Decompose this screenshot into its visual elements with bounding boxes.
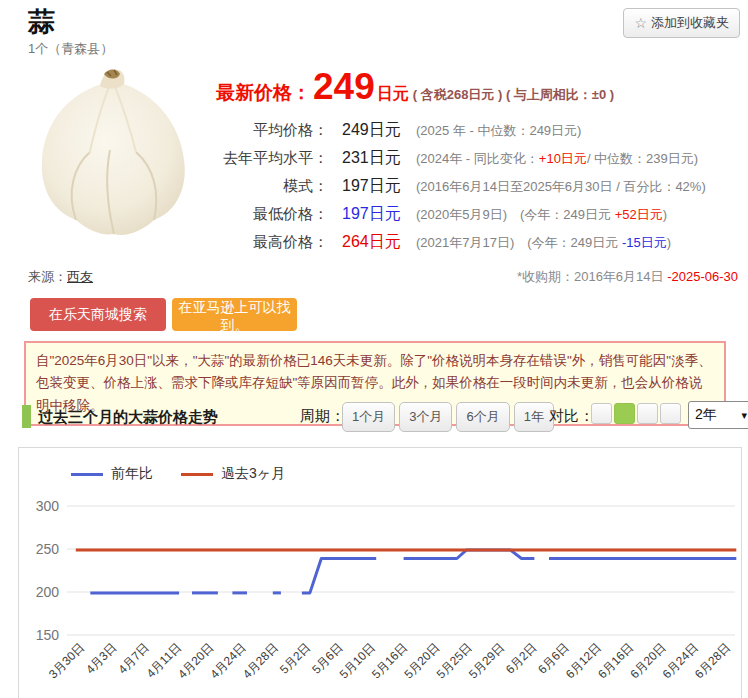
svg-text:6月2日: 6月2日 (503, 640, 539, 676)
compare-checkbox-4[interactable] (660, 403, 681, 424)
compare-checkbox-1[interactable] (591, 403, 612, 424)
compare-checkbox-2[interactable] (614, 403, 635, 424)
price-row-label: 最高价格： (216, 231, 328, 253)
acquisition-period: *收购期：2016年6月14日 -2025-06-30 (517, 268, 738, 286)
price-row-label: 最低价格： (216, 203, 328, 225)
price-row-label: 去年平均水平： (216, 147, 328, 169)
period-button-group: 1个月3个月6个月1年 (342, 402, 554, 432)
svg-text:5月2日: 5月2日 (277, 640, 313, 676)
svg-text:3月30日: 3月30日 (46, 640, 87, 681)
star-icon: ☆ (634, 15, 647, 31)
price-row: 模式：197日元(2016年6月14日至2025年6月30日 / 百分比：42%… (216, 172, 744, 200)
price-row: 最低价格：197日元(2020年5月9日) (今年：249日元 +52日元) (216, 200, 744, 228)
latest-price-unit: 日元 (377, 84, 409, 105)
source-link[interactable]: 西友 (67, 269, 93, 284)
price-row-value: 231日元 (342, 148, 416, 169)
latest-price-note: ( 含税268日元 ) ( 与上周相比：±0 ) (413, 86, 614, 104)
compare-checkbox-3[interactable] (637, 403, 658, 424)
latest-price-label: 最新价格： (216, 80, 311, 106)
svg-text:250: 250 (36, 541, 60, 557)
price-row-note: (2020年5月9日) (今年：249日元 +52日元) (416, 206, 667, 224)
price-row: 最高价格：264日元(2021年7月17日) (今年：249日元 -15日元) (216, 228, 744, 256)
latest-price-value: 249 (313, 68, 375, 105)
price-row-value: 197日元 (342, 204, 416, 225)
svg-text:200: 200 (36, 584, 60, 600)
price-panel: 最新价格： 249 日元 ( 含税268日元 ) ( 与上周相比：±0 ) 平均… (216, 68, 744, 256)
price-row: 去年平均水平：231日元(2024年 - 同比变化：+10日元/ 中位数：239… (216, 144, 744, 172)
chart-canvas: 3002502001503月30日4月3日4月7日4月11日4月20日4月24日… (19, 448, 741, 698)
rakuten-search-button[interactable]: 在乐天商城搜索 (30, 298, 166, 331)
range-select-value: 2年 (695, 406, 717, 424)
favorite-label: 添加到收藏夹 (651, 14, 729, 32)
page: 蒜 1个（青森县） ☆ 添加到收藏夹 最新价格： 249 日元 ( 含税268日… (0, 0, 748, 698)
price-row-note: (2021年7月17日) (今年：249日元 -15日元) (416, 234, 671, 252)
price-row-value: 264日元 (342, 232, 416, 253)
price-row-label: 平均价格： (216, 119, 328, 141)
price-row-note: (2025 年 - 中位数：249日元) (416, 122, 581, 140)
period-button-6个月[interactable]: 6个月 (456, 402, 509, 432)
acquisition-end-date: -2025-06-30 (667, 269, 738, 284)
period-label: 周期： (300, 407, 345, 426)
chevron-down-icon: ▾ (741, 409, 747, 422)
price-row-value: 197日元 (342, 176, 416, 197)
garlic-image (30, 60, 195, 245)
range-select[interactable]: 2年 ▾ (688, 401, 748, 429)
svg-text:5月29日: 5月29日 (466, 640, 507, 681)
latest-price-row: 最新价格： 249 日元 ( 含税268日元 ) ( 与上周相比：±0 ) (216, 68, 744, 106)
section-title: 过去三个月的大蒜价格走势 (38, 408, 218, 427)
period-button-3个月[interactable]: 3个月 (399, 402, 452, 432)
price-row-label: 模式： (216, 175, 328, 197)
svg-text:300: 300 (36, 498, 60, 514)
page-subtitle: 1个（青森县） (28, 40, 113, 58)
svg-text:4月28日: 4月28日 (240, 640, 281, 681)
source-row: 来源：西友 (28, 268, 93, 286)
price-row-value: 249日元 (342, 120, 416, 141)
period-button-1个月[interactable]: 1个月 (342, 402, 395, 432)
price-row-note: (2024年 - 同比变化：+10日元/ 中位数：239日元) (416, 150, 698, 168)
period-button-1年[interactable]: 1年 (514, 402, 554, 432)
price-detail-rows: 平均价格：249日元(2025 年 - 中位数：249日元)去年平均水平：231… (216, 116, 744, 256)
amazon-search-button[interactable]: 在亚马逊上可以找到。 (172, 298, 297, 331)
section-marker (22, 405, 31, 428)
acquisition-prefix: *收购期：2016年6月14日 (517, 269, 667, 284)
page-title: 蒜 (28, 4, 55, 40)
compare-checkbox-group (591, 403, 681, 424)
price-chart: 前年比過去3ヶ月 3002502001503月30日4月3日4月7日4月11日4… (18, 447, 742, 698)
price-row: 平均价格：249日元(2025 年 - 中位数：249日元) (216, 116, 744, 144)
svg-text:6月28日: 6月28日 (692, 640, 733, 681)
compare-label: 对比： (549, 407, 594, 426)
svg-text:150: 150 (36, 627, 60, 643)
add-to-favorites-button[interactable]: ☆ 添加到收藏夹 (623, 8, 740, 38)
price-row-note: (2016年6月14日至2025年6月30日 / 百分比：42%) (416, 178, 706, 196)
source-label: 来源： (28, 269, 67, 284)
svg-text:4月3日: 4月3日 (83, 640, 119, 676)
